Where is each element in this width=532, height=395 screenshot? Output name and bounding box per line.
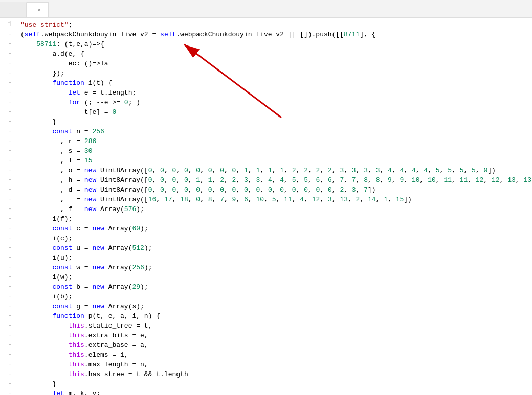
- tab-2[interactable]: [13, 2, 27, 17]
- code-line-25: i(u);: [20, 253, 532, 263]
- tab-3-close[interactable]: ✕: [36, 7, 42, 13]
- code-line-38: }: [20, 379, 532, 389]
- code-line-35: this.elems = i,: [20, 350, 532, 360]
- code-line-11: }: [20, 117, 532, 127]
- code-line-31: function p(t, e, a, i, n) {: [20, 311, 532, 321]
- code-line-9: for (; --e >= 0; ): [20, 98, 532, 107]
- code-line-18: , d = new Uint8Array([0, 0, 0, 0, 0, 0, …: [20, 185, 532, 195]
- code-line-26: const w = new Array(256);: [20, 263, 532, 272]
- line-numbers: 1---------------------------------------…: [0, 18, 15, 395]
- code-line-37: this.has_stree = t && t.length: [20, 369, 532, 379]
- code-line-1: "use strict";: [20, 20, 532, 30]
- code-line-28: const b = new Array(29);: [20, 282, 532, 292]
- code-line-12: const n = 256: [20, 127, 532, 136]
- code-line-19: , _ = new Uint8Array([16, 17, 18, 0, 8, …: [20, 195, 532, 204]
- code-area[interactable]: "use strict";(self.webpackChunkdouyin_li…: [15, 18, 532, 395]
- code-line-8: let e = t.length;: [20, 88, 532, 98]
- code-line-15: , l = 15: [20, 156, 532, 166]
- code-line-39: let m, k, v;: [20, 389, 532, 395]
- code-line-22: const c = new Array(60);: [20, 224, 532, 234]
- code-line-29: i(b);: [20, 292, 532, 301]
- code-line-13: , r = 286: [20, 136, 532, 146]
- code-line-14: , s = 30: [20, 146, 532, 156]
- code-line-17: , h = new Uint8Array([0, 0, 0, 0, 1, 1, …: [20, 175, 532, 185]
- code-line-16: , o = new Uint8Array([0, 0, 0, 0, 0, 0, …: [20, 166, 532, 175]
- code-line-34: this.extra_base = a,: [20, 340, 532, 350]
- code-line-6: });: [20, 68, 532, 78]
- code-line-4: a.d(e, {: [20, 49, 532, 59]
- code-line-33: this.extra_bits = e,: [20, 331, 532, 340]
- tab-1[interactable]: [0, 2, 13, 17]
- tab-bar: ✕: [0, 0, 532, 18]
- code-line-24: const u = new Array(512);: [20, 243, 532, 253]
- code-line-32: this.static_tree = t,: [20, 321, 532, 331]
- code-line-20: , f = new Array(576);: [20, 204, 532, 214]
- code-line-23: i(c);: [20, 234, 532, 243]
- code-line-2: (self.webpackChunkdouyin_live_v2 = self.…: [20, 30, 532, 39]
- code-line-7: function i(t) {: [20, 78, 532, 88]
- code-line-5: ec: ()=>la: [20, 59, 532, 68]
- code-line-36: this.max_length = n,: [20, 360, 532, 369]
- code-line-30: const g = new Array(s);: [20, 301, 532, 311]
- editor: 1---------------------------------------…: [0, 18, 532, 395]
- code-line-27: i(w);: [20, 272, 532, 282]
- code-line-21: i(f);: [20, 214, 532, 224]
- tab-3[interactable]: ✕: [27, 2, 49, 17]
- code-line-3: 58711: (t,e,a)=>{: [20, 39, 532, 49]
- code-line-10: t[e] = 0: [20, 107, 532, 117]
